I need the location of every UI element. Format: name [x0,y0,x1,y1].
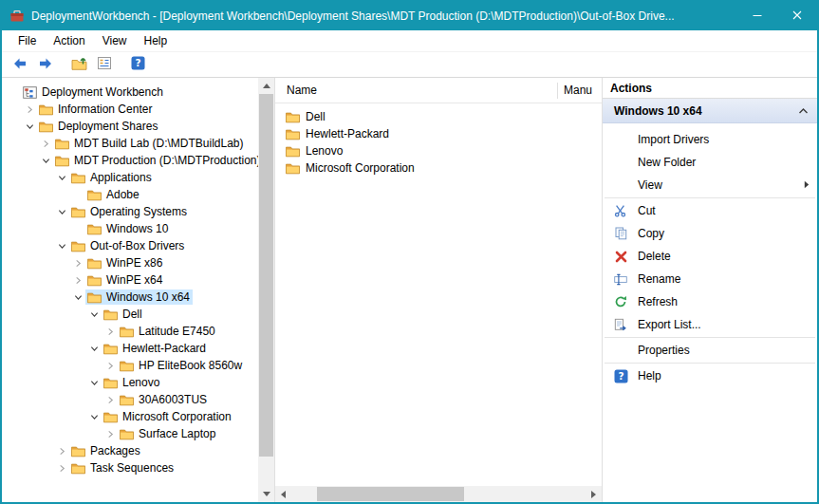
close-button[interactable] [777,2,817,30]
action-label: Delete [638,250,810,263]
folder-icon [87,223,102,235]
chevron-down-icon[interactable] [56,242,67,251]
tree-item-windows-10-x64[interactable]: Windows 10 x64 [2,289,255,306]
action-import-drivers[interactable]: Import Drivers [603,128,817,151]
action-copy[interactable]: Copy [603,222,817,245]
back-button[interactable] [9,54,31,76]
chevron-down-icon[interactable] [72,293,84,302]
chevron-right-icon[interactable] [56,464,67,473]
action-view[interactable]: View [603,174,817,196]
tree-item-information-center[interactable]: Information Center [2,101,255,118]
list-item-lenovo[interactable]: Lenovo [275,142,602,159]
show-console-tree-button[interactable] [93,54,116,76]
chevron-down-icon[interactable] [88,413,100,421]
scroll-left-button[interactable] [275,486,291,502]
tree-item-mdt-build-lab-d-mdtbuildlab[interactable]: MDT Build Lab (D:\MDTBuildLab) [2,135,255,152]
copy-icon [613,226,628,241]
tree-item-packages[interactable]: Packages [2,442,255,459]
up-one-level-button[interactable] [67,54,90,76]
action-rename[interactable]: Rename [603,268,817,290]
folder-icon [286,145,300,158]
tree-item-dell[interactable]: Dell [2,306,255,323]
list-item-hewlett-packard[interactable]: Hewlett-Packard [275,125,602,142]
action-label: Rename [638,272,810,286]
titlebar[interactable]: DeploymentWorkbench - [Deployment Workbe… [2,2,817,30]
tree-pane: Deployment WorkbenchInformation CenterDe… [2,78,275,502]
tree-item-out-of-box-drivers[interactable]: Out-of-Box Drivers [2,237,255,254]
tree-item-microsoft-corporation[interactable]: Microsoft Corporation [2,408,255,425]
chevron-down-icon[interactable] [56,174,67,182]
folder-icon [103,343,118,355]
tree-item-surface-laptop[interactable]: Surface Laptop [2,425,255,442]
chevron-right-icon[interactable] [56,447,67,456]
chevron-right-icon[interactable] [104,362,116,370]
tree-item-hewlett-packard[interactable]: Hewlett-Packard [2,340,255,357]
minimize-button[interactable] [737,2,777,30]
list-item-dell[interactable]: Dell [275,108,602,125]
chevron-down-icon[interactable] [56,208,67,216]
list-horizontal-scrollbar[interactable] [275,486,602,502]
separator [605,197,815,198]
tree-item-hp-elitebook-8560w[interactable]: HP EliteBook 8560w [2,357,255,374]
menu-view[interactable]: View [94,31,136,50]
scrollbar-thumb[interactable] [259,94,273,457]
tree-item-latitude-e7450[interactable]: Latitude E7450 [2,323,255,340]
forward-button[interactable] [34,54,57,76]
scroll-down-button[interactable] [258,486,274,502]
action-refresh[interactable]: Refresh [603,290,817,313]
tree-item-content: Windows 10 x64 [85,289,193,305]
tree-vertical-scrollbar[interactable] [258,78,274,502]
collapse-section-icon[interactable] [798,104,809,118]
chevron-right-icon[interactable] [104,430,116,439]
scrollbar-thumb[interactable] [317,487,464,501]
action-cut[interactable]: Cut [603,199,817,222]
tree-item-mdt-production-d-mdtproduction[interactable]: MDT Production (D:\MDTProduction) [2,152,255,169]
action-export-list[interactable]: Export List... [603,313,817,336]
scroll-up-button[interactable] [258,78,274,94]
column-header-manufacturer[interactable]: Manu [558,84,592,97]
chevron-down-icon[interactable] [88,345,100,353]
actions-section-header[interactable]: Windows 10 x64 [603,99,817,123]
chevron-right-icon[interactable] [72,259,84,268]
chevron-right-icon[interactable] [40,140,51,148]
blank-icon [613,132,628,147]
action-help[interactable]: ?Help [603,364,817,387]
chevron-right-icon[interactable] [104,327,116,336]
tree-item-deployment-shares[interactable]: Deployment Shares [2,118,255,135]
chevron-down-icon[interactable] [88,310,100,319]
menu-file[interactable]: File [9,31,45,50]
scroll-right-button[interactable] [586,486,602,502]
menu-action[interactable]: Action [45,31,93,50]
chevron-down-icon[interactable] [24,122,35,131]
blank-icon [613,343,628,358]
action-new-folder[interactable]: New Folder [603,151,817,174]
chevron-down-icon[interactable] [88,379,100,387]
chevron-right-icon[interactable] [72,276,84,285]
help-button[interactable]: ? [126,54,149,76]
refresh-icon [613,294,628,309]
tree-item-deployment-workbench[interactable]: Deployment Workbench [2,84,255,101]
submenu-arrow-icon [804,178,810,192]
list-item-microsoft-corporation[interactable]: Microsoft Corporation [275,159,602,177]
column-header-name[interactable]: Name [275,84,557,97]
tree-item-content: Deployment Shares [37,119,160,134]
close-icon [792,9,802,23]
window-controls [737,2,817,30]
tree-item-lenovo[interactable]: Lenovo [2,374,255,391]
tree-item-winpe-x64[interactable]: WinPE x64 [2,271,255,289]
tree-item-windows-10[interactable]: Windows 10 [2,220,255,237]
chevron-right-icon[interactable] [24,105,35,114]
tree-item-30a6003tus[interactable]: 30A6003TUS [2,391,255,408]
action-properties[interactable]: Properties [603,339,817,362]
tree-item-adobe[interactable]: Adobe [2,186,255,203]
chevron-down-icon[interactable] [40,157,51,165]
tree-item-task-sequences[interactable]: Task Sequences [2,459,255,476]
action-delete[interactable]: Delete [603,245,817,268]
tree-item-winpe-x86[interactable]: WinPE x86 [2,254,255,271]
folder-icon [39,121,53,133]
tree-item-applications[interactable]: Applications [2,169,255,186]
folder-icon [87,189,102,201]
tree-item-operating-systems[interactable]: Operating Systems [2,203,255,220]
chevron-right-icon[interactable] [104,396,116,404]
menu-help[interactable]: Help [136,31,177,50]
